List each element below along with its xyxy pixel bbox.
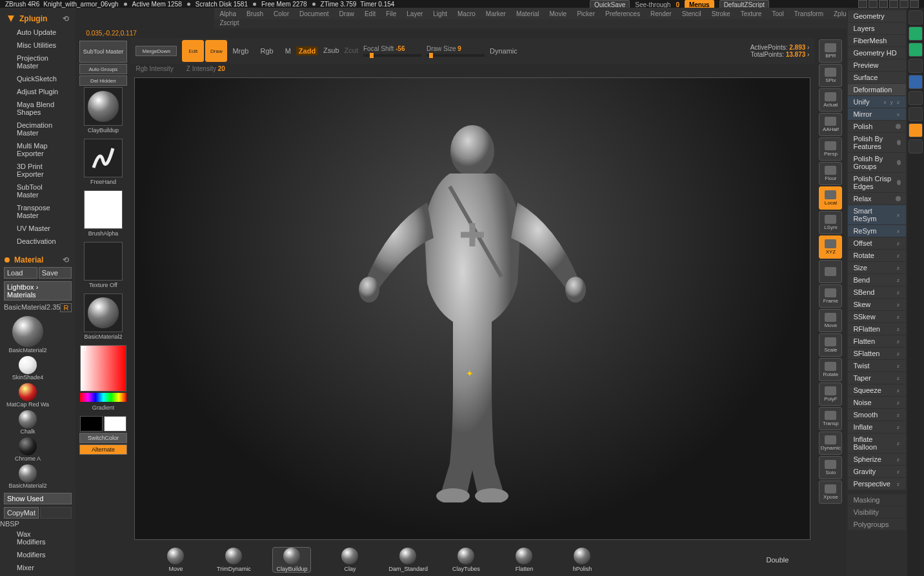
alternate-button[interactable]: Alternate: [79, 444, 127, 455]
resym-row[interactable]: ReSymx: [848, 225, 906, 237]
deform-slider[interactable]: Rotatez: [848, 250, 906, 261]
material-extra-item[interactable]: Modifiers: [0, 548, 75, 561]
menu-item[interactable]: Material: [516, 10, 539, 17]
material-extra-item[interactable]: Wax Modifiers: [0, 528, 75, 548]
menu-item[interactable]: Preferences: [605, 10, 640, 17]
menu-bar[interactable]: AlphaBrushColorDocumentDrawEditFileLayer…: [214, 8, 847, 19]
delhidden-button[interactable]: Del Hidden: [79, 75, 127, 86]
right-bottom-item[interactable]: Masking: [848, 494, 906, 506]
bw-swatches[interactable]: [80, 416, 126, 432]
switchcolor-button[interactable]: SwitchColor: [79, 433, 127, 443]
tray-double[interactable]: Double: [767, 556, 789, 564]
m-mode[interactable]: M: [285, 47, 291, 55]
stroke-swatch[interactable]: [84, 139, 123, 177]
deform-slider[interactable]: Offsetz: [848, 237, 906, 249]
polish-row[interactable]: Relax: [848, 193, 906, 204]
tray-brush[interactable]: Move: [156, 548, 195, 572]
unify-row[interactable]: Unifyx y z: [848, 96, 906, 108]
zplugin-item[interactable]: UV Master: [0, 222, 75, 235]
zplugin-item[interactable]: Decimation Master: [0, 119, 75, 139]
material-thumb[interactable]: SkinShade4: [5, 356, 50, 381]
tray-brush[interactable]: Dam_Standard: [388, 548, 427, 572]
menu-item[interactable]: Texture: [741, 10, 762, 17]
right-section[interactable]: Layers: [848, 23, 906, 34]
mirror-row[interactable]: Mirrorx: [848, 108, 906, 120]
dock-solo[interactable]: Solo: [819, 456, 842, 479]
polish-row[interactable]: Polish Crisp Edges: [848, 173, 906, 192]
shelf-icon[interactable]: [909, 59, 923, 73]
zplugin-item[interactable]: Maya Blend Shapes: [0, 98, 75, 119]
right-section[interactable]: FiberMesh: [848, 35, 906, 46]
material-thumb[interactable]: Chrome A: [5, 437, 50, 462]
load-button[interactable]: Load: [4, 267, 37, 279]
deform-slider[interactable]: Skewz: [848, 299, 906, 310]
dock-move[interactable]: Move: [819, 309, 842, 332]
copymat-button[interactable]: CopyMat: [4, 507, 39, 519]
polish-row[interactable]: Polish By Features: [848, 133, 906, 152]
shelf-icon[interactable]: [909, 10, 923, 25]
deform-slider[interactable]: Perspectivez: [848, 478, 906, 490]
lightbox-materials[interactable]: Lightbox › Materials: [4, 281, 72, 301]
deform-slider[interactable]: SSkewz: [848, 311, 906, 323]
deform-slider[interactable]: Flattenz: [848, 335, 906, 347]
tray-brush[interactable]: TrimDynamic: [214, 548, 253, 572]
show-used-button[interactable]: Show Used: [4, 493, 72, 504]
zplugin-item[interactable]: SubTool Master: [0, 181, 75, 201]
dock-bpr[interactable]: BPR: [819, 39, 842, 63]
shelf-icon[interactable]: [909, 91, 923, 105]
tray-brush[interactable]: ClayTubes: [447, 548, 485, 572]
smart-resym-row[interactable]: Smart ReSymx: [848, 205, 906, 224]
menu-item[interactable]: Brush: [246, 10, 263, 17]
dock-floor[interactable]: Floor: [819, 162, 842, 185]
menu-item[interactable]: Layer: [407, 10, 423, 17]
mrgb-mode[interactable]: Mrgb: [232, 47, 248, 55]
brush-swatch[interactable]: [84, 87, 123, 126]
shelf-icon[interactable]: [909, 26, 923, 41]
color-picker[interactable]: [80, 345, 126, 392]
material-header[interactable]: Material ⟲: [0, 252, 75, 266]
zplugin-item[interactable]: Multi Map Exporter: [0, 139, 75, 160]
menu-item[interactable]: Transform: [794, 10, 823, 17]
menu-item[interactable]: File: [386, 10, 396, 17]
alpha-swatch[interactable]: [84, 190, 123, 229]
deform-slider[interactable]: Twistz: [848, 360, 906, 372]
zplugin-item[interactable]: Transpose Master: [0, 201, 75, 222]
deform-slider[interactable]: Noisez: [848, 397, 906, 408]
menu-item[interactable]: Light: [433, 10, 447, 17]
base-material-row[interactable]: BasicMaterial2.35 R: [0, 302, 75, 313]
save-button[interactable]: Save: [39, 267, 72, 279]
draw-button[interactable]: Draw: [205, 40, 227, 62]
edit-button[interactable]: Edit: [182, 40, 204, 62]
right-section[interactable]: Preview: [848, 59, 906, 71]
material-thumb[interactable]: BasicMaterial2: [5, 464, 50, 489]
dock-dynamic[interactable]: Dynamic: [819, 432, 842, 455]
deform-slider[interactable]: Inflatez: [848, 421, 906, 433]
dock-frame[interactable]: Frame: [819, 284, 842, 308]
polish-row[interactable]: Polish: [848, 121, 906, 132]
material-thumb[interactable]: MatCap Red Wa: [5, 383, 50, 408]
menu-item[interactable]: Color: [274, 10, 289, 17]
draw-size-slider[interactable]: Draw Size 9: [427, 45, 485, 57]
deform-slider[interactable]: Squeezez: [848, 384, 906, 396]
zcut-button[interactable]: Zcut: [345, 46, 358, 55]
dock-aahalf[interactable]: AAHalf: [819, 113, 842, 136]
zadd-button[interactable]: Zadd: [296, 46, 318, 55]
menu-item[interactable]: Macro: [457, 10, 476, 17]
shelf-icon[interactable]: [909, 123, 923, 137]
dock-rotate[interactable]: Rotate: [819, 358, 842, 381]
r-toggle[interactable]: R: [60, 303, 72, 312]
shelf-icon[interactable]: [909, 139, 923, 154]
right-bottom-item[interactable]: Visibility: [848, 506, 906, 518]
deform-slider[interactable]: Bendz: [848, 274, 906, 286]
dock-xpose[interactable]: Xpose: [819, 481, 842, 504]
menu-item[interactable]: Document: [299, 10, 329, 17]
zplugin-item[interactable]: Adjust Plugin: [0, 85, 75, 98]
dock-scale[interactable]: Scale: [819, 333, 842, 357]
zsub-button[interactable]: Zsub: [323, 46, 339, 55]
menu-item[interactable]: Alpha: [219, 10, 236, 17]
dock-polyf[interactable]: PolyF: [819, 382, 842, 406]
dock-spix[interactable]: SPix: [819, 64, 842, 87]
zplugin-item[interactable]: Projection Master: [0, 52, 75, 72]
material-extra-item[interactable]: Mixer: [0, 561, 75, 574]
deformation-header[interactable]: Deformation: [848, 84, 906, 95]
